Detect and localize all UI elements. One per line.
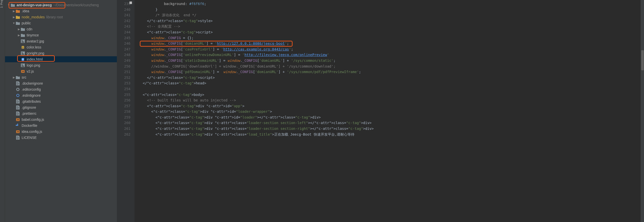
line-number[interactable]: 241 [117, 12, 130, 18]
code-line[interactable]: </"c-attr">class="c-tag">head> [139, 80, 640, 86]
bookmark-icon[interactable] [129, 2, 132, 4]
tree-item--editorconfig[interactable]: .editorconfig [5, 86, 117, 92]
line-number[interactable]: 249 [117, 58, 130, 64]
project-tool-label[interactable]: 1: Proj [0, 0, 3, 11]
tree-item-label: .eslintignore [22, 93, 41, 97]
code-line[interactable]: </"c-attr">class="c-tag">script> [139, 75, 640, 81]
tree-item-label: .dockerignore [22, 81, 43, 85]
tree-item-babel-config-js[interactable]: JSbabel.config.js [5, 117, 117, 123]
tree-item-public[interactable]: public [5, 20, 117, 26]
chevron-right-icon[interactable] [12, 10, 16, 13]
code-line[interactable]: window._CONFIG['casPrefixUrl'] = 'http:/… [139, 46, 640, 52]
scrollbar-thumb[interactable] [641, 50, 644, 70]
project-root-name: ant-design-vue-jeecg [17, 3, 52, 7]
code-line[interactable]: background: #f6f6f6; [139, 1, 640, 7]
code-line[interactable]: <!-- built files will be auto injected -… [139, 97, 640, 103]
code-line[interactable] [139, 86, 640, 92]
tree-item-src[interactable]: src [5, 74, 117, 80]
line-number[interactable]: 254 [117, 86, 130, 92]
project-root-row[interactable]: ant-design-vue-jeecg ~/Documents/work/cu… [5, 2, 117, 8]
code-line[interactable]: window._CONFIG = {}; [139, 35, 640, 41]
code-line[interactable]: <"c-attr">class="c-tag">div "c-attr">cla… [139, 132, 640, 137]
line-number[interactable]: 255 [117, 92, 130, 98]
chevron-right-icon[interactable] [12, 16, 16, 19]
docker-icon [16, 124, 20, 128]
line-number[interactable]: 248 [117, 52, 130, 58]
vertical-scrollbar[interactable] [640, 0, 644, 222]
svg-point-3 [22, 52, 23, 53]
line-number[interactable]: 261 [117, 126, 130, 132]
tree-item-label: color.less [27, 45, 41, 49]
chevron-right-icon[interactable] [17, 28, 21, 31]
tree-item-label: tinymce [27, 33, 39, 37]
tree-item-dockerfile[interactable]: Dockerfile [5, 123, 117, 129]
tree-item--idea[interactable]: .idea [5, 8, 117, 14]
code-line[interactable]: <!-- 全局配置 --> [139, 24, 640, 29]
line-number[interactable]: 260 [117, 120, 130, 126]
line-number[interactable]: 247 [117, 46, 130, 52]
tree-item-label: idea.config.js [22, 130, 42, 134]
line-number[interactable]: 243 [117, 24, 130, 29]
code-line[interactable]: <"c-attr">class="c-tag">div "c-attr">id=… [139, 115, 640, 120]
gear-icon [16, 87, 20, 91]
line-number[interactable]: 239 [117, 1, 130, 7]
chevron-down-icon[interactable] [12, 22, 16, 25]
tree-item-tinymce[interactable]: tinymce [5, 32, 117, 38]
tree-item--eslintignore[interactable]: .eslintignore [5, 92, 117, 98]
code-line[interactable]: window._CONFIG['domianURL'] = 'http://12… [139, 41, 640, 46]
line-number[interactable]: 242 [117, 18, 130, 24]
code-line[interactable]: </"c-attr">class="c-tag">style> [139, 18, 640, 24]
line-number[interactable]: 244 [117, 29, 130, 35]
tree-item-label: Dockerfile [22, 124, 37, 128]
editor-area: 2392402412422432442452462472482492502512… [117, 0, 644, 222]
line-number[interactable]: 252 [117, 75, 130, 81]
code-line[interactable]: <"c-attr">class="c-tag">div "c-attr">cla… [139, 120, 640, 126]
code-line[interactable]: <"c-attr">class="c-tag">div "c-attr">id=… [139, 109, 640, 115]
tool-window-bar[interactable]: 1: Proj [0, 0, 5, 222]
tree-item--dockerignore[interactable]: .dockerignore [5, 80, 117, 86]
tree-item-index-html[interactable]: Hindex.html [5, 56, 117, 62]
tree-item--prettierrc[interactable]: .prettierrc [5, 110, 117, 117]
chevron-right-icon[interactable] [17, 34, 21, 37]
code-line[interactable]: window._CONFIG['onlinePreviewDomainURL']… [139, 52, 640, 58]
code-line[interactable]: <"c-attr">class="c-tag">div "c-attr">cla… [139, 126, 640, 132]
tree-item-label: cdn [27, 27, 32, 31]
tree-item-label: .prettierrc [22, 112, 36, 116]
tree-item-logo-png[interactable]: logo.png [5, 62, 117, 68]
line-number[interactable]: 253 [117, 80, 130, 86]
image-icon [21, 51, 25, 55]
chevron-right-icon[interactable] [12, 76, 16, 79]
line-number[interactable]: 256 [117, 97, 130, 103]
code-line[interactable]: <"c-attr">class="c-tag">body> [139, 92, 640, 98]
chevron-down-icon[interactable] [7, 4, 11, 7]
line-number[interactable]: 258 [117, 109, 130, 115]
tree-item--gitattributes[interactable]: .gitattributes [5, 98, 117, 104]
tree-item-v2-js[interactable]: JSv2.js [5, 68, 117, 74]
code-line[interactable]: window._CONFIG['pdfDomainURL'] = window.… [139, 69, 640, 75]
code-editor[interactable]: background: #f6f6f6; } /* 滚动条优化 end */ <… [134, 0, 640, 222]
tree-item-goright-png[interactable]: goright.png [5, 50, 117, 56]
less-icon: {} [21, 45, 25, 49]
line-number[interactable]: 257 [117, 103, 130, 109]
tree-item-color-less[interactable]: {}color.less [5, 44, 117, 50]
tree-item-idea-config-js[interactable]: JSidea.config.js [5, 129, 117, 135]
code-line[interactable]: window._CONFIG['staticDomainURL'] = wind… [139, 58, 640, 64]
code-line[interactable]: <"c-attr">class="c-tag">script> [139, 29, 640, 35]
tree-item-node-modules[interactable]: node_moduleslibrary root [5, 14, 117, 20]
tree-item-cdn[interactable]: cdn [5, 26, 117, 32]
code-line[interactable]: <"c-attr">class="c-tag">div "c-attr">id=… [139, 103, 640, 109]
line-number[interactable]: 259 [117, 115, 130, 120]
tree-item-avatar2-jpg[interactable]: avatar2.jpg [5, 38, 117, 44]
line-number[interactable]: 240 [117, 7, 130, 13]
tree-item-license[interactable]: LICENSE [5, 135, 117, 141]
line-number[interactable]: 246 [117, 41, 130, 46]
line-number-gutter[interactable]: 2392402412422432442452462472482492502512… [117, 0, 134, 222]
tree-item--gitignore[interactable]: .gitignore [5, 104, 117, 110]
code-line[interactable]: /* 滚动条优化 end */ [139, 12, 640, 18]
line-number[interactable]: 251 [117, 69, 130, 75]
code-line[interactable]: //window._CONFIG['downloadUrl'] = window… [139, 64, 640, 69]
line-number[interactable]: 250 [117, 64, 130, 69]
code-line[interactable]: } [139, 7, 640, 13]
line-number[interactable]: 262 [117, 132, 130, 137]
line-number[interactable]: 245 [117, 35, 130, 41]
